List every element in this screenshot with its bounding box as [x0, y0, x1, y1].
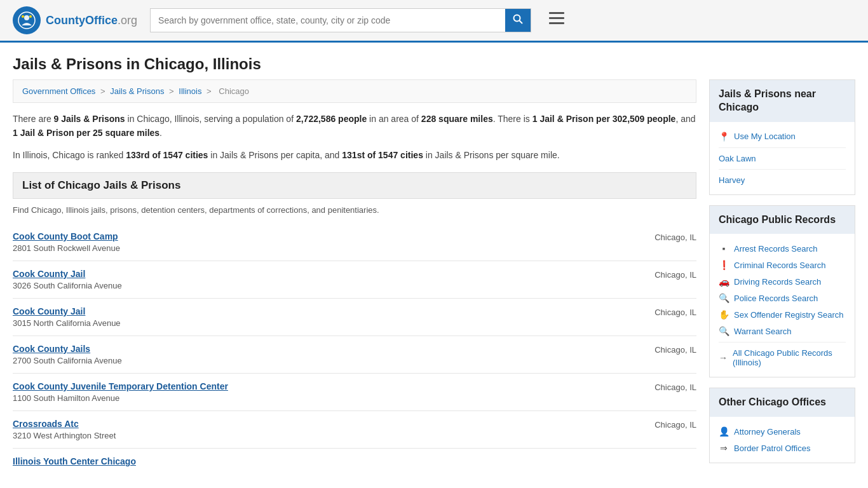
- main-layout: Government Offices > Jails & Prisons > I…: [0, 79, 868, 488]
- result-address: 3026 South California Avenue: [13, 281, 122, 290]
- list-item: Cook County Juvenile Temporary Detention…: [13, 374, 696, 411]
- nearby-header: Jails & Prisons near Chicago: [710, 80, 855, 122]
- border-icon: ⇒: [719, 443, 729, 453]
- site-header: CountyOffice.org: [0, 0, 868, 43]
- svg-point-4: [514, 15, 520, 22]
- use-my-location-label: Use My Location: [734, 132, 796, 141]
- search-button[interactable]: [505, 9, 531, 32]
- svg-rect-8: [549, 22, 564, 24]
- page-title: Jails & Prisons in Chicago, Illinois: [0, 43, 868, 79]
- result-address: 3015 North California Avenue: [13, 318, 121, 328]
- public-records-header: Chicago Public Records: [710, 206, 855, 234]
- breadcrumb-chicago: Chicago: [219, 86, 249, 96]
- use-my-location-link[interactable]: 📍 Use My Location: [719, 128, 846, 145]
- sidebar: Jails & Prisons near Chicago 📍 Use My Lo…: [709, 79, 855, 476]
- result-link[interactable]: Cook County Juvenile Temporary Detention…: [13, 381, 228, 391]
- attorney-generals-label: Attorney Generals: [734, 427, 801, 437]
- police-records-link[interactable]: 🔍 Police Records Search: [719, 290, 846, 306]
- breadcrumb-sep-2: >: [169, 86, 176, 96]
- breadcrumb: Government Offices > Jails & Prisons > I…: [13, 79, 696, 103]
- svg-rect-6: [549, 12, 564, 14]
- svg-line-5: [520, 21, 523, 24]
- site-logo[interactable]: CountyOffice.org: [13, 6, 137, 34]
- location-icon: 📍: [719, 132, 729, 142]
- nearby-harvey[interactable]: Harvey: [719, 172, 846, 188]
- sidebar-divider: [719, 342, 846, 342]
- sidebar-divider: [719, 147, 846, 148]
- result-link[interactable]: Crossroads Atc: [13, 419, 79, 429]
- nearby-oak-lawn[interactable]: Oak Lawn: [719, 151, 846, 166]
- search-input[interactable]: [151, 10, 505, 30]
- result-link[interactable]: Cook County Boot Camp: [13, 231, 118, 241]
- other-offices-content: 👤 Attorney Generals ⇒ Border Patrol Offi…: [710, 417, 855, 463]
- result-city: Chicago, IL: [654, 231, 696, 242]
- list-item: Cook County Boot Camp 2801 South Rockwel…: [13, 224, 696, 261]
- left-content: Government Offices > Jails & Prisons > I…: [13, 79, 696, 476]
- result-city: Chicago, IL: [654, 344, 696, 355]
- driving-records-label: Driving Records Search: [734, 277, 821, 287]
- svg-point-1: [24, 15, 29, 20]
- breadcrumb-govt-offices[interactable]: Government Offices: [22, 86, 95, 96]
- arrest-icon: ▪: [719, 243, 729, 254]
- arrow-icon: →: [719, 353, 728, 363]
- list-item: Illinois Youth Center Chicago: [13, 449, 696, 476]
- list-item: Cook County Jails 2700 South California …: [13, 336, 696, 374]
- criminal-records-label: Criminal Records Search: [734, 261, 826, 270]
- arrest-records-label: Arrest Records Search: [734, 244, 818, 254]
- breadcrumb-sep-1: >: [100, 86, 107, 96]
- sex-offender-label: Sex Offender Registry Search: [734, 310, 843, 320]
- criminal-records-link[interactable]: ❗ Criminal Records Search: [719, 257, 846, 273]
- warrant-search-label: Warrant Search: [734, 327, 792, 336]
- all-public-records-link[interactable]: → All Chicago Public Records (Illinois): [719, 345, 846, 370]
- other-offices-header: Other Chicago Offices: [710, 388, 855, 417]
- sex-offender-link[interactable]: ✋ Sex Offender Registry Search: [719, 306, 846, 323]
- result-link[interactable]: Cook County Jails: [13, 344, 90, 354]
- attorney-generals-link[interactable]: 👤 Attorney Generals: [719, 423, 846, 440]
- svg-point-3: [29, 15, 32, 18]
- border-patrol-link[interactable]: ⇒ Border Patrol Offices: [719, 440, 846, 456]
- nearby-harvey-label: Harvey: [719, 175, 745, 185]
- result-city: Chicago, IL: [654, 306, 696, 317]
- list-section-header: List of Chicago Jails & Prisons: [13, 172, 696, 199]
- description-line1: There are 9 Jails & Prisons in Chicago, …: [13, 112, 696, 140]
- result-address: 1100 South Hamilton Avenue: [13, 393, 228, 403]
- nearby-oak-lawn-label: Oak Lawn: [719, 154, 756, 163]
- result-address: 3210 West Arthington Street: [13, 431, 116, 440]
- list-item: Crossroads Atc 3210 West Arthington Stre…: [13, 411, 696, 449]
- result-city: Chicago, IL: [654, 419, 696, 430]
- magnify-icon: 🔍: [719, 326, 729, 336]
- svg-rect-7: [549, 17, 564, 19]
- list-item: Cook County Jail 3015 North California A…: [13, 299, 696, 336]
- driving-records-link[interactable]: 🚗 Driving Records Search: [719, 273, 846, 290]
- result-address: 2700 South California Avenue: [13, 356, 122, 365]
- police-records-label: Police Records Search: [734, 294, 818, 303]
- breadcrumb-illinois[interactable]: Illinois: [179, 86, 201, 96]
- list-description: Find Chicago, Illinois jails, prisons, d…: [13, 203, 696, 217]
- search-bar: [150, 8, 531, 32]
- hand-icon: ✋: [719, 309, 729, 320]
- border-patrol-label: Border Patrol Offices: [734, 444, 810, 453]
- sidebar-divider: [719, 169, 846, 170]
- result-city: Chicago, IL: [654, 269, 696, 280]
- arrest-records-link[interactable]: ▪ Arrest Records Search: [719, 240, 846, 257]
- results-list: Cook County Boot Camp 2801 South Rockwel…: [13, 224, 696, 476]
- other-offices-box: Other Chicago Offices 👤 Attorney General…: [709, 388, 855, 463]
- public-records-box: Chicago Public Records ▪ Arrest Records …: [709, 205, 855, 378]
- description-line2: In Illinois, Chicago is ranked 133rd of …: [13, 148, 696, 162]
- car-icon: 🚗: [719, 276, 729, 287]
- result-link[interactable]: Cook County Jail: [13, 306, 85, 316]
- result-link[interactable]: Illinois Youth Center Chicago: [13, 456, 136, 466]
- breadcrumb-sep-3: >: [207, 86, 214, 96]
- nearby-box: Jails & Prisons near Chicago 📍 Use My Lo…: [709, 79, 855, 195]
- search-icon: [513, 14, 523, 24]
- public-records-content: ▪ Arrest Records Search ❗ Criminal Recor…: [710, 234, 855, 377]
- warrant-search-link[interactable]: 🔍 Warrant Search: [719, 323, 846, 339]
- result-city: Chicago, IL: [654, 381, 696, 392]
- list-item: Cook County Jail 3026 South California A…: [13, 261, 696, 299]
- person-icon: 👤: [719, 426, 729, 437]
- result-link[interactable]: Cook County Jail: [13, 269, 85, 279]
- exclamation-icon: ❗: [719, 260, 729, 270]
- menu-button[interactable]: [544, 10, 569, 31]
- breadcrumb-jails[interactable]: Jails & Prisons: [110, 86, 164, 96]
- result-address: 2801 South Rockwell Avenue: [13, 243, 120, 253]
